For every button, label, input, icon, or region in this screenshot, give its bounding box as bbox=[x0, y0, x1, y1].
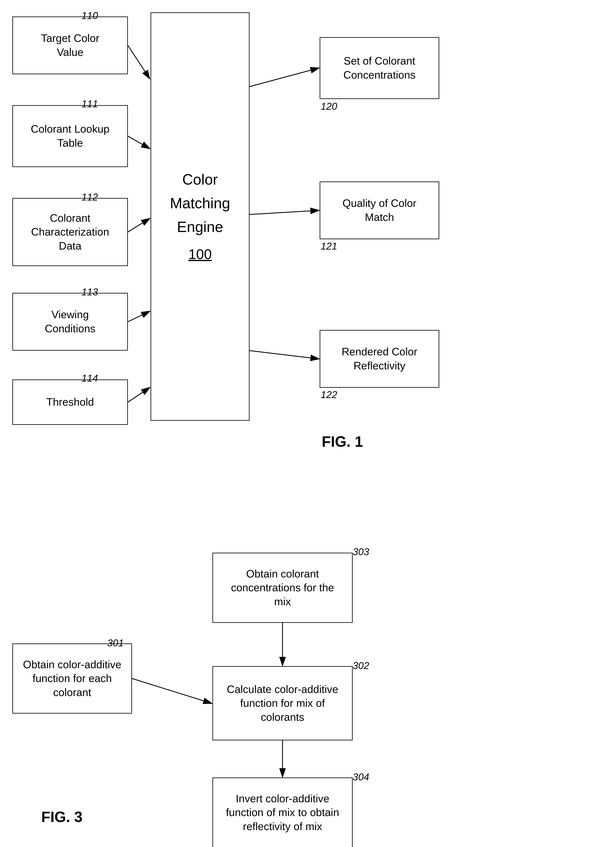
fig3-label: FIG. 3 bbox=[41, 809, 83, 825]
output-box-120: Set of Colorant Concentrations bbox=[320, 37, 439, 99]
ref-110: 110 bbox=[81, 10, 98, 21]
ref-120: 120 bbox=[321, 100, 337, 112]
svg-line-7 bbox=[249, 210, 318, 214]
svg-line-3 bbox=[128, 218, 149, 232]
diagram-container: Target Color Value 110 Colorant Lookup T… bbox=[0, 0, 616, 847]
output-box-121: Quality of Color Match bbox=[320, 182, 439, 239]
box-303: Obtain colorant concentrations for the m… bbox=[212, 553, 353, 623]
box-112-text: Colorant Characterization Data bbox=[31, 211, 109, 253]
engine-box: Color Matching Engine 100 bbox=[150, 12, 249, 421]
box-302-text: Calculate color-additive function for mi… bbox=[227, 682, 338, 724]
box-301: Obtain color-additive function for each … bbox=[12, 643, 132, 714]
fig1-label: FIG. 1 bbox=[322, 433, 363, 450]
ref-122: 122 bbox=[321, 389, 337, 400]
ref-121: 121 bbox=[321, 241, 337, 252]
box-111-text: Colorant Lookup Table bbox=[31, 122, 109, 150]
svg-line-5 bbox=[128, 388, 149, 402]
engine-text: Color Matching Engine 100 bbox=[170, 168, 230, 266]
ref-114: 114 bbox=[81, 372, 98, 384]
box-303-text: Obtain colorant concentrations for the m… bbox=[231, 567, 334, 609]
box-301-text: Obtain color-additive function for each … bbox=[23, 658, 121, 699]
svg-line-6 bbox=[249, 68, 318, 87]
ref-111: 111 bbox=[81, 98, 98, 109]
box-304-text: Invert color-additive function of mix to… bbox=[226, 792, 339, 834]
input-box-110: Target Color Value bbox=[12, 16, 128, 74]
svg-line-1 bbox=[128, 45, 149, 78]
box-121-text: Quality of Color Match bbox=[343, 196, 416, 224]
svg-line-4 bbox=[128, 311, 149, 322]
svg-line-10 bbox=[132, 679, 211, 703]
box-302: Calculate color-additive function for mi… bbox=[212, 666, 353, 740]
ref-303: 303 bbox=[353, 546, 369, 558]
box-304: Invert color-additive function of mix to… bbox=[212, 778, 353, 847]
ref-112: 112 bbox=[81, 191, 98, 203]
ref-301: 301 bbox=[107, 637, 124, 649]
svg-line-8 bbox=[249, 351, 318, 359]
box-114-text: Threshold bbox=[46, 395, 94, 409]
input-box-111: Colorant Lookup Table bbox=[12, 105, 128, 167]
input-box-114: Threshold bbox=[12, 379, 128, 425]
box-122-text: Rendered Color Reflectivity bbox=[342, 345, 417, 373]
input-box-113: Viewing Conditions bbox=[12, 293, 128, 351]
ref-113: 113 bbox=[81, 286, 98, 298]
input-box-112: Colorant Characterization Data bbox=[12, 198, 128, 266]
box-113-text: Viewing Conditions bbox=[45, 308, 96, 335]
box-120-text: Set of Colorant Concentrations bbox=[343, 54, 416, 82]
svg-line-2 bbox=[128, 136, 149, 149]
box-110-text: Target Color Value bbox=[41, 31, 99, 59]
ref-302: 302 bbox=[353, 660, 369, 671]
ref-304: 304 bbox=[353, 771, 369, 783]
output-box-122: Rendered Color Reflectivity bbox=[320, 330, 439, 388]
